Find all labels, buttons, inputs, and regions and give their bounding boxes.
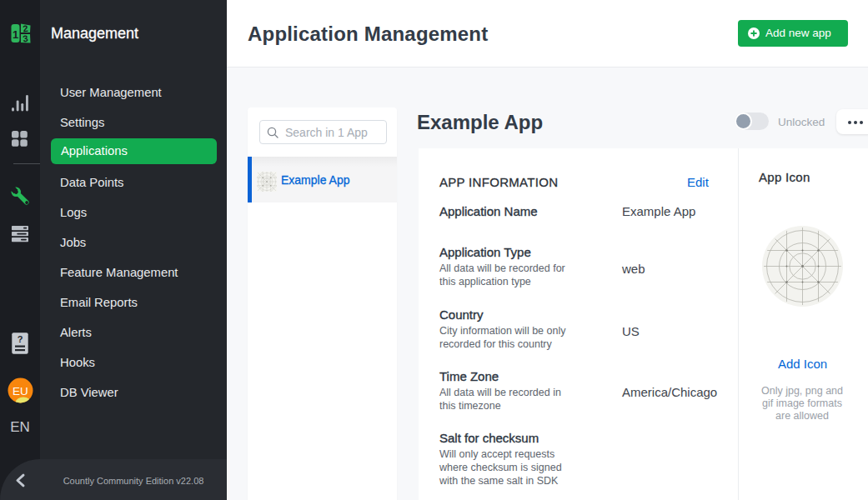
svg-text:1: 1 — [13, 28, 18, 41]
svg-text:2: 2 — [22, 23, 28, 33]
svg-text:EU: EU — [13, 385, 28, 398]
svg-text:?: ? — [18, 334, 23, 344]
